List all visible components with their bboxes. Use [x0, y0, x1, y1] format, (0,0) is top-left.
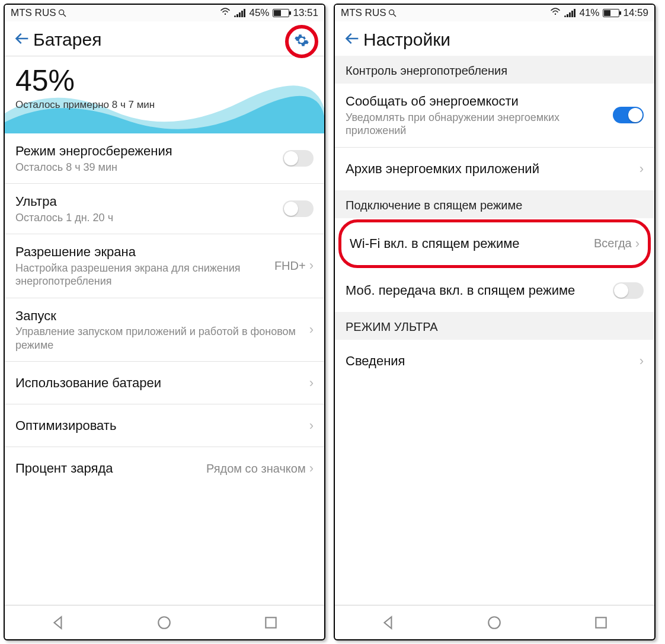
row-title: Wi-Fi вкл. в спящем режиме [350, 235, 594, 252]
row-battery-usage[interactable]: Использование батареи › [5, 362, 324, 404]
chevron-right-icon: › [309, 258, 314, 273]
row-optimize[interactable]: Оптимизировать › [5, 404, 324, 447]
svg-rect-9 [596, 617, 606, 627]
battery-icon [273, 9, 289, 17]
svg-point-7 [555, 14, 556, 15]
row-title: Оптимизировать [15, 417, 309, 434]
nav-recent-button[interactable] [593, 615, 609, 630]
svg-line-6 [394, 14, 396, 17]
row-title: Запуск [15, 308, 309, 324]
row-power-saving[interactable]: Режим энергосбережения Осталось 8 ч 39 м… [5, 133, 324, 184]
row-subtitle: Настройка разрешения экрана для снижения… [15, 262, 274, 288]
row-launch[interactable]: Запуск Управление запуском приложений и … [5, 298, 324, 362]
chevron-right-icon: › [309, 375, 314, 391]
battery-icon [603, 9, 619, 17]
settings-list: Режим энергосбережения Осталось 8 ч 39 м… [5, 133, 324, 605]
highlight-wifi-sleep: Wi-Fi вкл. в спящем режиме Всегда › [338, 219, 651, 268]
section-sleep-connection: Подключение в спящем режиме [335, 190, 654, 218]
app-header: Батарея [5, 21, 324, 56]
nav-home-button[interactable] [156, 615, 172, 630]
page-title: Настройки [363, 30, 450, 50]
chevron-right-icon: › [640, 161, 644, 177]
nav-bar [5, 605, 324, 639]
back-button[interactable] [342, 30, 363, 49]
toggle-mobile-sleep[interactable] [613, 282, 644, 299]
chevron-right-icon: › [640, 353, 644, 369]
section-ultra-mode: РЕЖИМ УЛЬТРА [335, 312, 654, 340]
chevron-right-icon: › [635, 236, 640, 251]
clock-text: 13:51 [293, 7, 318, 19]
gear-icon[interactable] [294, 33, 309, 50]
svg-point-3 [159, 617, 171, 629]
status-bar: MTS RUS 41% 14:59 [335, 5, 654, 21]
row-title: Использование батареи [15, 375, 309, 391]
row-title: Разрешение экрана [15, 244, 274, 260]
nav-home-button[interactable] [487, 615, 502, 630]
phone-left: MTS RUS 45% 13:51 Батарея 45% [4, 4, 325, 640]
row-subtitle: Управление запуском приложений и работой… [15, 325, 309, 352]
chevron-right-icon: › [309, 461, 314, 476]
row-wifi-sleep[interactable]: Wi-Fi вкл. в спящем режиме Всегда › [341, 222, 648, 265]
highlight-circle-gear [285, 25, 318, 58]
settings-list: Сообщать об энергоемкости Уведомлять при… [335, 84, 654, 605]
row-title: Ультра [15, 193, 283, 210]
svg-point-8 [489, 617, 501, 629]
row-notify-consumption[interactable]: Сообщать об энергоемкости Уведомлять при… [335, 84, 654, 148]
chevron-right-icon: › [309, 418, 314, 433]
nav-back-button[interactable] [50, 615, 66, 630]
back-button[interactable] [12, 30, 33, 49]
svg-point-5 [389, 10, 394, 15]
phone-right: MTS RUS 41% 14:59 Настройки Контроль эне… [334, 4, 656, 640]
nav-back-button[interactable] [381, 615, 396, 630]
svg-line-1 [63, 14, 66, 17]
row-subtitle: Осталось 8 ч 39 мин [15, 161, 283, 174]
row-resolution[interactable]: Разрешение экрана Настройка разрешения э… [5, 234, 324, 298]
toggle-notify[interactable] [613, 107, 644, 123]
row-title: Архив энергоемких приложений [346, 161, 640, 177]
chevron-right-icon: › [309, 322, 314, 337]
wifi-icon [220, 7, 231, 19]
row-ultra[interactable]: Ультра Осталось 1 дн. 20 ч [5, 184, 324, 234]
nav-recent-button[interactable] [263, 615, 279, 630]
clock-text: 14:59 [623, 7, 648, 19]
carrier-label: MTS RUS [341, 7, 386, 19]
row-subtitle: Осталось 1 дн. 20 ч [15, 211, 283, 225]
app-header: Настройки [335, 21, 654, 56]
row-title: Режим энергосбережения [15, 143, 283, 160]
row-subtitle: Уведомлять при обнаружении энергоемких п… [346, 111, 613, 138]
battery-pct-text: 45% [249, 7, 269, 19]
toggle-power-saving[interactable] [283, 150, 314, 167]
row-mobile-sleep[interactable]: Моб. передача вкл. в спящем режиме [335, 269, 654, 312]
battery-hero: 45% Осталось примерно 8 ч 7 мин [5, 56, 324, 133]
carrier-label: MTS RUS [11, 7, 56, 19]
nav-bar [335, 605, 654, 639]
status-bar: MTS RUS 45% 13:51 [5, 5, 324, 21]
row-archive[interactable]: Архив энергоемких приложений › [335, 148, 654, 190]
row-title: Сведения [346, 353, 640, 369]
toggle-ultra[interactable] [283, 200, 314, 217]
svg-rect-4 [266, 617, 276, 627]
row-percent-display[interactable]: Процент заряда Рядом со значком › [5, 447, 324, 490]
search-icon [57, 8, 67, 18]
search-icon [388, 8, 397, 18]
row-value: FHD+ [274, 259, 306, 273]
svg-point-0 [59, 10, 63, 15]
wifi-icon [550, 7, 561, 19]
svg-point-2 [225, 14, 226, 15]
row-info[interactable]: Сведения › [335, 340, 654, 382]
row-title: Сообщать об энергоемкости [346, 93, 613, 110]
battery-remaining-text: Осталось примерно 8 ч 7 мин [15, 99, 314, 111]
row-title: Моб. передача вкл. в спящем режиме [346, 282, 613, 299]
row-value: Всегда [594, 237, 632, 250]
row-title: Процент заряда [15, 460, 206, 477]
section-power-control: Контроль энергопотребления [335, 56, 654, 84]
battery-pct-text: 41% [579, 7, 599, 19]
signal-icon [234, 9, 245, 17]
signal-icon [564, 9, 576, 17]
page-title: Батарея [33, 30, 101, 50]
row-value: Рядом со значком [206, 462, 306, 476]
